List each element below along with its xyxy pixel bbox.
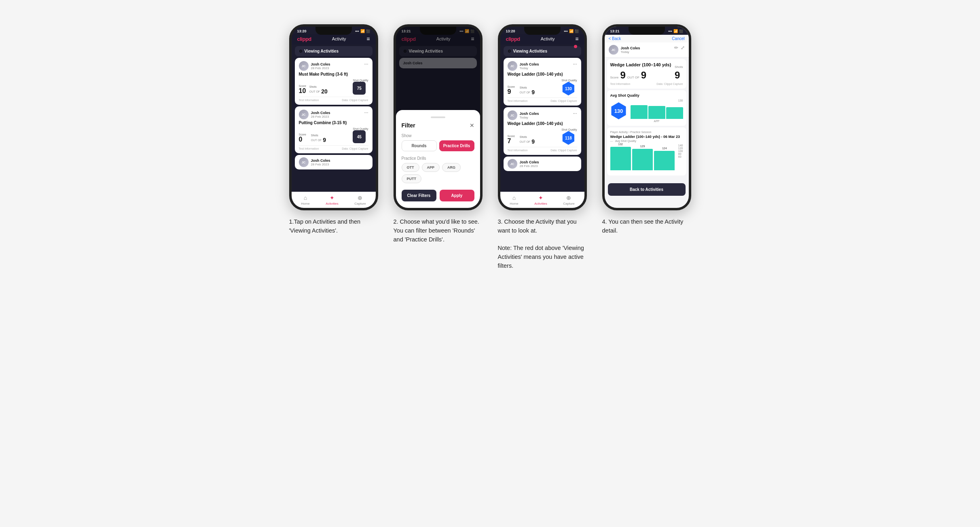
nav-title-3: Activity xyxy=(541,36,555,41)
viewing-label-3: Viewing Activities xyxy=(513,49,547,53)
nav-bar-3: clippd Activity ≡ xyxy=(500,34,584,44)
battery-icon: ⬛ xyxy=(366,30,370,33)
avatar-2: JC xyxy=(299,110,309,119)
quality-label: Shot Quality xyxy=(353,79,368,82)
quality-hex-large: 130 xyxy=(610,102,627,119)
filter-sheet: Filter ✕ Show Rounds Practice Drills Pra… xyxy=(396,110,480,208)
user-date-2: 28 Feb 2023 xyxy=(311,115,330,119)
avatar: JC xyxy=(299,61,309,71)
red-dot xyxy=(574,45,577,48)
quality-badge: 75 xyxy=(353,82,366,95)
phone-1: 13:20 ▪▪▪ 📶 ⬛ clippd Activity ≡ ⚙ xyxy=(289,24,378,210)
card-title: Must Make Putting (3-6 ft) xyxy=(299,72,368,76)
filter-title: Filter xyxy=(402,122,415,129)
activity-card-p3-1[interactable]: JC Josh Coles Today ··· Wedge Ladder (10… xyxy=(504,58,581,106)
activity-card-p3-3[interactable]: JC Josh Coles 28 Feb 2023 xyxy=(504,157,581,171)
session-title: Wedge Ladder (100–140 yds) - 06 Mar 23 xyxy=(610,135,683,139)
capture-icon: ⊕ xyxy=(358,195,362,201)
capture-icon-3: ⊕ xyxy=(566,195,571,201)
activity-card-p3-2[interactable]: JC Josh Coles Today ··· Wedge Ladder (10… xyxy=(504,107,581,155)
user-info: JC Josh Coles 28 Feb 2023 xyxy=(299,61,330,71)
score-label: Score xyxy=(299,85,306,87)
score-value: 10 xyxy=(299,87,306,95)
nav-capture[interactable]: ⊕ Capture xyxy=(354,195,366,205)
nav-home[interactable]: ⌂ Home xyxy=(301,195,309,205)
phone-4-col: 13:21 ▪▪▪ 📶 ⬛ < Back Cancel xyxy=(600,24,693,235)
more-p3-2[interactable]: ··· xyxy=(573,110,577,116)
wifi-icon: 📶 xyxy=(360,29,365,33)
edit-icon[interactable]: ✏ xyxy=(674,45,678,51)
drill-pills: OTT APP ARG PUTT xyxy=(402,163,474,183)
rounds-toggle[interactable]: Rounds xyxy=(402,140,437,151)
apply-button[interactable]: Apply xyxy=(440,190,474,201)
back-button[interactable]: < Back xyxy=(609,36,621,41)
viewing-activities-bar[interactable]: ⚙ Viewing Activities xyxy=(295,46,373,56)
pill-putt[interactable]: PUTT xyxy=(402,174,422,183)
close-icon[interactable]: ✕ xyxy=(470,122,474,129)
sheet-handle xyxy=(431,116,445,118)
capture-label: Capture xyxy=(354,202,366,205)
menu-icon-3[interactable]: ≡ xyxy=(575,36,578,42)
hex-badge-1: 130 xyxy=(561,82,575,95)
wifi-icon-3: 📶 xyxy=(569,29,574,33)
pill-app[interactable]: APP xyxy=(422,163,440,172)
more-icon-2[interactable]: ··· xyxy=(364,110,368,115)
more-icon[interactable]: ··· xyxy=(364,61,368,67)
user-date: 28 Feb 2023 xyxy=(311,66,330,70)
clear-filters-button[interactable]: Clear Filters xyxy=(402,190,436,201)
pill-ott[interactable]: OTT xyxy=(402,163,419,172)
battery-icon-4: ⬛ xyxy=(679,30,683,33)
nav-home-3[interactable]: ⌂ Home xyxy=(510,195,518,205)
filter-actions: Clear Filters Apply xyxy=(402,190,474,201)
practice-drills-toggle[interactable]: Practice Drills xyxy=(439,140,474,151)
user-info-2: JC Josh Coles 28 Feb 2023 xyxy=(299,110,330,119)
detail-shots-val: 9 xyxy=(675,70,683,81)
menu-icon[interactable]: ≡ xyxy=(366,36,370,42)
activity-card-2[interactable]: JC Josh Coles 28 Feb 2023 ··· Putting Co… xyxy=(295,106,373,153)
signal-icon: ▪▪▪ xyxy=(355,29,359,33)
caption-4: 4. You can then see the Activity detail. xyxy=(602,218,691,235)
card-stats-2: Score 0 Shots OUT OF 9 Shot Quality xyxy=(299,127,368,143)
cancel-button[interactable]: Cancel xyxy=(672,36,684,41)
footer-info: Test Information xyxy=(299,99,319,102)
phone-4: 13:21 ▪▪▪ 📶 ⬛ < Back Cancel xyxy=(602,24,691,210)
activity-card-3-partial[interactable]: JC Josh Coles 28 Feb 2023 xyxy=(295,155,373,169)
activities-icon-3: ✦ xyxy=(538,195,543,201)
chart-bar-2: 129 xyxy=(632,149,653,170)
logo-3: clippd xyxy=(506,36,520,42)
battery-icon-3: ⬛ xyxy=(575,30,579,33)
filter-icon-3: ⚙ xyxy=(508,49,511,53)
user-info-3: JC Josh Coles 28 Feb 2023 xyxy=(299,157,368,167)
detail-header: < Back Cancel xyxy=(605,35,689,42)
detail-footer: Test Information Data: Clippd Capture xyxy=(610,83,683,85)
viewing-bar-3[interactable]: ⚙ Viewing Activities xyxy=(504,46,581,56)
status-icons: ▪▪▪ 📶 ⬛ xyxy=(355,29,370,33)
nav-activities-3[interactable]: ✦ Activities xyxy=(534,195,547,205)
user-name-2: Josh Coles xyxy=(311,111,330,115)
avatar-p3-3: JC xyxy=(508,159,517,169)
chart-bar-3: 124 xyxy=(654,151,675,170)
pill-arg[interactable]: ARG xyxy=(442,163,461,172)
nav-capture-3[interactable]: ⊕ Capture xyxy=(563,195,574,205)
chart-x-label: APP xyxy=(631,120,683,123)
card-title-2: Putting Combine (3-15 ft) xyxy=(299,121,368,125)
filter-icon: ⚙ xyxy=(299,49,303,53)
shots-value: 20 xyxy=(321,88,328,95)
practice-session-section: Player Activity › Practice Session Wedge… xyxy=(607,127,686,176)
score-label-d: Score xyxy=(610,76,619,79)
signal-icon-3: ▪▪▪ xyxy=(564,29,568,33)
more-p3-1[interactable]: ··· xyxy=(573,61,577,67)
phone-3-col: 13:20 ▪▪▪ 📶 ⬛ clippd Activity ≡ ⚙ Viewin xyxy=(496,24,589,271)
quality-badge-2: 45 xyxy=(353,130,366,143)
home-icon: ⌂ xyxy=(304,195,307,201)
avatar-p3-1: JC xyxy=(508,61,517,71)
nav-activities[interactable]: ✦ Activities xyxy=(326,195,339,205)
avatar-p3-2: JC xyxy=(508,110,517,120)
logo: clippd xyxy=(297,36,311,42)
expand-icon[interactable]: ⤢ xyxy=(681,45,685,51)
chart-bars: 132 129 124 xyxy=(610,144,683,170)
back-activities-button[interactable]: Back to Activities xyxy=(608,183,686,196)
phone-notch-3 xyxy=(524,27,561,35)
activity-card-1[interactable]: JC Josh Coles 28 Feb 2023 ··· Must Make … xyxy=(295,58,373,105)
activities-label: Activities xyxy=(326,202,339,205)
